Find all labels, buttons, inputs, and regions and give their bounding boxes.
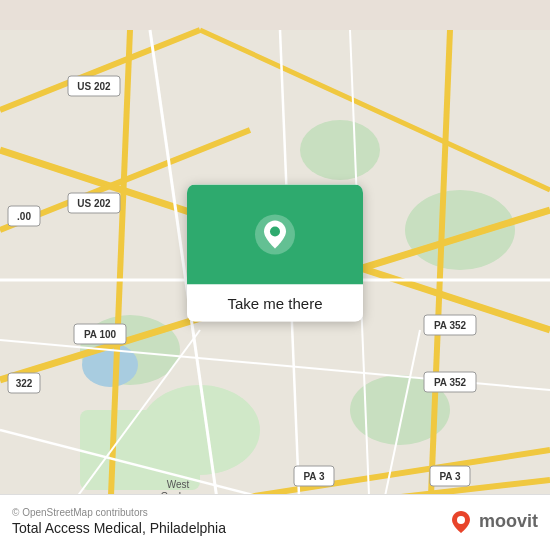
svg-text:PA 3: PA 3 — [439, 471, 461, 482]
bottom-left-section: © OpenStreetMap contributors Total Acces… — [12, 507, 226, 536]
svg-point-2 — [300, 120, 380, 180]
svg-text:US 202: US 202 — [77, 81, 111, 92]
map-pin-icon — [253, 213, 297, 257]
bottom-bar: © OpenStreetMap contributors Total Acces… — [0, 494, 550, 550]
take-me-there-button[interactable]: Take me there — [187, 285, 363, 322]
location-name: Total Access Medical, Philadelphia — [12, 520, 226, 536]
moovit-brand-text: moovit — [479, 511, 538, 532]
svg-text:PA 352: PA 352 — [434, 320, 467, 331]
svg-point-3 — [405, 190, 515, 270]
svg-text:PA 3: PA 3 — [303, 471, 325, 482]
svg-point-46 — [270, 227, 280, 237]
moovit-logo: moovit — [447, 508, 538, 536]
moovit-logo-icon — [447, 508, 475, 536]
svg-text:PA 100: PA 100 — [84, 329, 117, 340]
svg-text:.00: .00 — [17, 211, 31, 222]
take-me-there-card[interactable]: Take me there — [187, 185, 363, 322]
map-container: US 202 US 202 PA 100 PA 352 PA 352 PA 3 … — [0, 0, 550, 550]
svg-text:West: West — [167, 479, 190, 490]
card-green-section — [187, 185, 363, 285]
svg-text:PA 352: PA 352 — [434, 377, 467, 388]
svg-text:US 202: US 202 — [77, 198, 111, 209]
svg-point-47 — [457, 516, 465, 524]
map-attribution: © OpenStreetMap contributors — [12, 507, 226, 518]
svg-text:322: 322 — [16, 378, 33, 389]
